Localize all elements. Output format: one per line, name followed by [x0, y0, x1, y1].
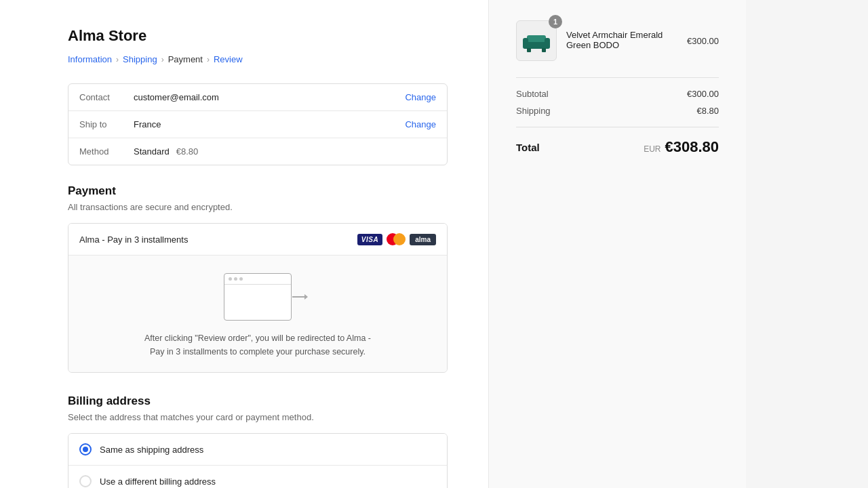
redirect-arrow-icon	[292, 294, 308, 300]
total-value: €308.80	[665, 138, 719, 156]
billing-title: Billing address	[68, 394, 448, 408]
method-row: Method Standard €8.80	[68, 138, 447, 165]
breadcrumb-information[interactable]: Information	[68, 54, 112, 64]
total-row: Total EUR €308.80	[516, 138, 719, 156]
subtotal-row: Subtotal €300.00	[516, 89, 719, 99]
method-value: Standard €8.80	[134, 146, 436, 157]
breadcrumb-shipping[interactable]: Shipping	[123, 54, 157, 64]
breadcrumb-sep-2: ›	[161, 55, 164, 64]
store-title: Alma Store	[68, 27, 448, 45]
method-name: Standard	[134, 146, 170, 157]
order-summary: 1 Velvet Armchair Emerald Green BODO €30…	[488, 0, 746, 488]
contact-change-link[interactable]: Change	[405, 92, 436, 102]
cart-item: 1 Velvet Armchair Emerald Green BODO €30…	[516, 20, 719, 61]
billing-different-radio[interactable]	[79, 475, 92, 487]
browser-window-icon	[224, 273, 292, 321]
browser-dot-1	[229, 277, 232, 281]
redirect-illustration	[224, 272, 292, 321]
billing-same-option[interactable]: Same as shipping address	[68, 434, 447, 466]
breadcrumb-payment: Payment	[168, 54, 203, 64]
payment-title: Payment	[68, 184, 448, 198]
alma-icon: alma	[410, 234, 436, 245]
billing-box: Same as shipping address Use a different…	[68, 433, 448, 488]
product-image-container: 1	[516, 20, 557, 61]
payment-option-label: Alma - Pay in 3 installments	[79, 235, 188, 245]
subtotal-value: €300.00	[687, 89, 719, 99]
subtotal-label: Subtotal	[516, 89, 549, 99]
armchair-svg-icon	[521, 27, 551, 54]
shipping-value: €8.80	[696, 106, 719, 116]
ship-change-link[interactable]: Change	[405, 119, 436, 129]
shipping-row: Shipping €8.80	[516, 106, 719, 116]
ship-to-label: Ship to	[79, 119, 134, 129]
billing-subtitle: Select the address that matches your car…	[68, 412, 448, 422]
svg-rect-1	[527, 35, 546, 42]
ship-to-row: Ship to France Change	[68, 111, 447, 138]
payment-subtitle: All transactions are secure and encrypte…	[68, 202, 448, 212]
total-label: Total	[516, 142, 540, 153]
contact-row: Contact customer@email.com Change	[68, 84, 447, 111]
total-currency: EUR	[644, 144, 660, 154]
info-box: Contact customer@email.com Change Ship t…	[68, 83, 448, 165]
contact-value: customer@email.com	[134, 92, 405, 102]
payment-box: Alma - Pay in 3 installments VISA alma	[68, 223, 448, 373]
payment-header: Alma - Pay in 3 installments VISA alma	[68, 224, 447, 255]
method-price: €8.80	[176, 146, 199, 157]
svg-rect-5	[542, 48, 546, 52]
browser-dot-3	[239, 277, 243, 281]
product-quantity-badge: 1	[549, 15, 562, 28]
svg-rect-2	[523, 38, 528, 49]
contact-label: Contact	[79, 92, 134, 102]
ship-to-value: France	[134, 119, 405, 129]
shipping-label: Shipping	[516, 106, 551, 116]
browser-dot-2	[234, 277, 237, 281]
payment-redirect-text: After clicking "Review order", you will …	[142, 331, 373, 359]
payment-icons: VISA alma	[357, 233, 436, 245]
billing-different-label: Use a different billing address	[100, 476, 216, 487]
billing-same-label: Same as shipping address	[100, 445, 203, 455]
total-value-container: EUR €308.80	[644, 138, 719, 156]
payment-body: After clicking "Review order", you will …	[68, 255, 447, 372]
product-price: €300.00	[687, 36, 719, 46]
svg-rect-3	[545, 38, 550, 49]
browser-dots	[224, 274, 291, 285]
mastercard-icon	[387, 233, 406, 245]
visa-icon: VISA	[357, 234, 382, 245]
billing-same-radio[interactable]	[79, 443, 92, 455]
product-info: Velvet Armchair Emerald Green BODO	[566, 30, 677, 52]
svg-rect-4	[527, 48, 531, 52]
radio-inner	[83, 447, 88, 452]
breadcrumb: Information › Shipping › Payment › Revie…	[68, 54, 448, 64]
summary-divider-2	[516, 127, 719, 127]
breadcrumb-sep-3: ›	[207, 55, 210, 64]
summary-divider-1	[516, 77, 719, 78]
billing-different-option[interactable]: Use a different billing address	[68, 466, 447, 488]
method-label: Method	[79, 146, 134, 157]
product-name: Velvet Armchair Emerald Green BODO	[566, 30, 677, 50]
breadcrumb-sep-1: ›	[116, 55, 119, 64]
breadcrumb-review[interactable]: Review	[214, 54, 243, 64]
